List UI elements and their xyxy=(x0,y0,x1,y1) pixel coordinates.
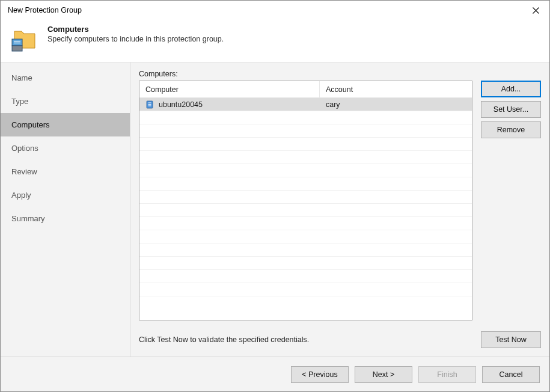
svg-rect-2 xyxy=(12,39,22,46)
table-row-empty xyxy=(139,191,472,204)
set-user-button[interactable]: Set User... xyxy=(481,101,541,118)
body: Name Type Computers Options Review Apply… xyxy=(1,62,549,357)
add-button[interactable]: Add... xyxy=(481,81,541,97)
finish-button: Finish xyxy=(418,366,476,383)
page-subtitle: Specify computers to include in this pro… xyxy=(47,35,224,43)
table-header: Computer Account xyxy=(139,81,472,98)
wizard-sidebar: Name Type Computers Options Review Apply… xyxy=(1,63,130,357)
table-row-empty xyxy=(139,138,472,151)
sidebar-step-computers[interactable]: Computers xyxy=(1,113,130,136)
table-row-empty xyxy=(139,124,472,138)
hint-row: Click Test Now to validate the specified… xyxy=(139,331,541,348)
sidebar-step-name[interactable]: Name xyxy=(1,66,130,90)
hint-text: Click Test Now to validate the specified… xyxy=(139,335,481,344)
header-icon xyxy=(10,26,39,55)
page-title: Computers xyxy=(47,25,224,34)
dialog-window: New Protection Group Computers Specify c… xyxy=(0,0,550,392)
computer-icon xyxy=(145,100,154,109)
sidebar-step-apply[interactable]: Apply xyxy=(1,183,130,207)
close-button[interactable] xyxy=(522,1,549,20)
previous-button[interactable]: < Previous xyxy=(291,366,349,383)
cell-account-value: cary xyxy=(326,100,340,109)
folder-computers-icon xyxy=(10,26,39,55)
column-header-account[interactable]: Account xyxy=(320,81,472,97)
window-title: New Protection Group xyxy=(8,6,82,14)
svg-rect-3 xyxy=(12,46,22,51)
table-body: ubuntu20045 cary xyxy=(139,98,472,320)
sidebar-step-options[interactable]: Options xyxy=(1,136,130,160)
table-row[interactable]: ubuntu20045 cary xyxy=(139,98,472,111)
test-now-button[interactable]: Test Now xyxy=(481,331,541,348)
side-buttons: Add... Set User... Remove xyxy=(481,81,541,320)
sidebar-step-summary[interactable]: Summary xyxy=(1,207,130,230)
table-row-empty xyxy=(139,243,472,257)
close-icon xyxy=(533,7,539,14)
table-row-empty xyxy=(139,111,472,124)
table-row-empty xyxy=(139,151,472,164)
cell-account: cary xyxy=(320,100,472,109)
column-header-computer[interactable]: Computer xyxy=(139,81,320,97)
remove-button[interactable]: Remove xyxy=(481,121,541,138)
main-panel: Computers: Computer Account xyxy=(130,63,549,357)
computers-label: Computers: xyxy=(139,70,541,78)
cell-computer: ubuntu20045 xyxy=(139,100,320,109)
table-row-empty xyxy=(139,257,472,270)
table-row-empty xyxy=(139,283,472,296)
cancel-button[interactable]: Cancel xyxy=(482,366,540,383)
sidebar-step-type[interactable]: Type xyxy=(1,90,130,113)
sidebar-step-review[interactable]: Review xyxy=(1,160,130,183)
table-row-empty xyxy=(139,204,472,217)
table-row-empty xyxy=(139,270,472,283)
table-row-empty xyxy=(139,177,472,191)
next-button[interactable]: Next > xyxy=(355,366,412,383)
computers-table: Computer Account xyxy=(139,81,472,320)
table-row-empty xyxy=(139,217,472,230)
cell-computer-value: ubuntu20045 xyxy=(159,100,203,109)
header-text: Computers Specify computers to include i… xyxy=(47,25,224,43)
footer: < Previous Next > Finish Cancel xyxy=(1,357,549,391)
table-row-empty xyxy=(139,164,472,177)
header: Computers Specify computers to include i… xyxy=(1,20,549,62)
table-row-empty xyxy=(139,230,472,243)
table-and-buttons: Computer Account xyxy=(139,81,541,320)
title-bar: New Protection Group xyxy=(1,1,549,20)
